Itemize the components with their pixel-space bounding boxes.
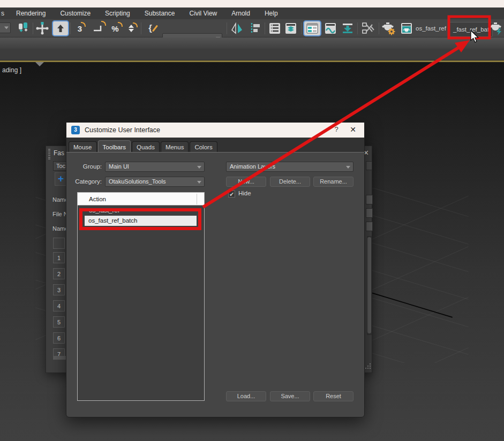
dialog-tabstrip: MouseToolbarsQuadsMenusColors [66, 138, 364, 153]
load-button[interactable]: Load... [226, 391, 266, 401]
separator [265, 22, 265, 34]
menu-item[interactable]: Scripting [105, 10, 130, 17]
rename-button[interactable]: Rename... [313, 177, 353, 187]
column-divider[interactable] [197, 194, 197, 204]
dialog-tab[interactable]: Colors [190, 141, 217, 152]
action-list-item-selected[interactable]: os_fast_ref_batch [85, 216, 197, 226]
separator [227, 22, 227, 34]
menu-items: RenderingCustomizeScriptingSubstanceCivi… [16, 7, 278, 19]
menu-item-truncated[interactable]: s [1, 10, 4, 17]
row-number-cell[interactable]: 5 [53, 316, 65, 328]
close-button[interactable]: ✕ [348, 125, 358, 134]
table-corner-cell [53, 238, 65, 249]
caret-down-icon [4, 27, 9, 29]
resize-grip-icon[interactable] [365, 368, 366, 369]
vertical-scrollbar[interactable] [367, 236, 372, 335]
align-icon[interactable] [247, 21, 263, 36]
bg-window-title: Fas [54, 149, 64, 157]
drag-handle-icon[interactable] [48, 149, 50, 159]
partial-button[interactable] [366, 195, 373, 204]
angle-snap-icon[interactable] [89, 21, 106, 36]
menubar: s RenderingCustomizeScriptingSubstanceCi… [0, 7, 504, 19]
snap-toggle-3d-icon[interactable]: 3 [72, 21, 88, 36]
hide-checkbox[interactable]: ✔ [228, 191, 235, 197]
reset-button[interactable]: Reset [313, 391, 353, 401]
row-number-cell[interactable]: 6 [53, 332, 65, 344]
menu-item[interactable]: Substance [145, 10, 175, 17]
menu-item[interactable]: Rendering [16, 10, 46, 17]
dialog-tab[interactable]: Toolbars [98, 140, 131, 152]
row-number-cell[interactable]: 2 [53, 268, 65, 279]
group-label: Group: [71, 163, 102, 170]
schematic-view-icon[interactable] [360, 21, 377, 36]
row-number-cell[interactable]: 1 [53, 252, 65, 263]
dialog-tab[interactable]: Quads [132, 141, 160, 152]
scene-explorer-button-active[interactable] [303, 20, 321, 36]
truncated-dropdown[interactable] [0, 22, 11, 33]
separator [33, 22, 33, 34]
row-number-cell[interactable]: 4 [53, 300, 65, 311]
menu-item[interactable]: Arnold [231, 10, 250, 17]
mini-dropdown[interactable] [366, 161, 372, 170]
caret-down-icon [197, 166, 201, 169]
caret-down-icon [346, 166, 350, 169]
select-object-button-active[interactable] [52, 20, 69, 36]
spinner-snap-icon[interactable] [124, 21, 138, 36]
rendered-frame-window-icon[interactable] [398, 21, 415, 36]
scrollbar-thumb[interactable] [367, 237, 371, 333]
pencil-icon [152, 25, 158, 32]
os-fast-ref-batch-button[interactable]: _fast_ref_bat [449, 22, 493, 37]
partial-button[interactable] [366, 208, 373, 218]
menu-item[interactable]: Civil View [189, 10, 217, 17]
menu-item[interactable]: Customize [60, 10, 91, 17]
save-button[interactable]: Save... [270, 391, 310, 401]
separator [301, 22, 302, 34]
add-button[interactable]: + [55, 172, 67, 186]
layer-manager-icon[interactable] [267, 21, 283, 36]
separator [357, 22, 358, 34]
main-toolbar: 3 % { os_fast_ref _fast_ref_bat [0, 19, 504, 37]
render-cloud-teapot-icon[interactable] [488, 21, 504, 36]
dialog-tabs: MouseToolbarsQuadsMenusColors [69, 140, 217, 152]
category-dropdown[interactable]: OtakuSolutions_Tools [105, 177, 205, 187]
menu-item[interactable]: Help [265, 10, 278, 17]
os-window-titlebar [0, 0, 504, 7]
row-number-cell[interactable]: 3 [53, 284, 65, 295]
help-button[interactable]: ? [332, 125, 341, 133]
dock-down-arrow-icon[interactable] [340, 21, 356, 36]
action-list-item[interactable]: os_fast_ref [89, 207, 119, 214]
delete-button[interactable]: Delete... [270, 177, 310, 187]
partial-button[interactable] [366, 222, 373, 231]
dialog-title: Customize User Interface [85, 126, 160, 134]
hide-checkbox-label: Hide [238, 190, 251, 196]
up-arrow-icon [56, 24, 65, 33]
dialog-titlebar[interactable]: 3 Customize User Interface ? ✕ [66, 123, 364, 138]
separator [70, 22, 71, 34]
action-list-header[interactable]: Action [78, 193, 204, 206]
select-and-move-icon[interactable] [34, 21, 50, 36]
mirror-icon[interactable] [229, 21, 245, 36]
curve-editor-icon[interactable] [322, 21, 338, 36]
percent-snap-icon[interactable]: % [107, 21, 123, 36]
3dsmax-app-icon: 3 [71, 126, 80, 134]
customize-user-interface-dialog: 3 Customize User Interface ? ✕ MouseTool… [66, 122, 365, 417]
toolbar-spacer-band [0, 37, 504, 49]
os-fast-ref-button[interactable]: os_fast_ref [416, 21, 446, 36]
separator [379, 22, 379, 34]
layer-stack-icon[interactable] [283, 21, 299, 36]
render-setup-teapot-icon[interactable] [380, 21, 397, 36]
toolbar-spacer-band-2 [0, 49, 504, 60]
category-label: Category: [71, 178, 102, 185]
snap-pins-icon[interactable] [15, 21, 31, 36]
caret-down-icon [197, 181, 201, 184]
dialog-tab[interactable]: Mouse [69, 141, 97, 152]
toolbar-select-dropdown[interactable]: Animation Layers [226, 162, 353, 172]
action-list[interactable]: Action os_fast_ref os_fast_ref_batch [77, 192, 205, 401]
group-dropdown[interactable]: Main UI [105, 162, 205, 172]
window-panes-icon [306, 23, 318, 34]
separator [141, 22, 141, 34]
new-button[interactable]: New... [226, 177, 266, 187]
edit-named-selection-sets-icon[interactable]: { [144, 21, 161, 36]
dialog-tab[interactable]: Menus [161, 141, 189, 152]
